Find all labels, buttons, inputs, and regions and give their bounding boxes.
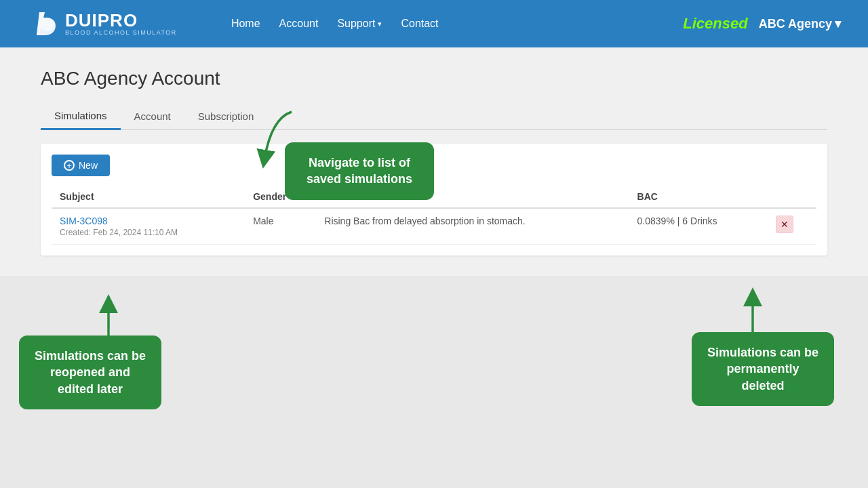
nav-account[interactable]: Account	[279, 18, 319, 30]
new-simulation-button[interactable]: + New	[52, 155, 110, 176]
sim-bac: 0.0839% | 6 Drinks	[629, 208, 768, 245]
main-nav: Home Account Support ▾ Contact	[231, 18, 439, 30]
callout-reopen: Simulations can be reopened and edited l…	[19, 336, 161, 409]
plus-icon: +	[64, 160, 75, 171]
new-button-label: New	[79, 160, 98, 171]
nav-home[interactable]: Home	[231, 18, 260, 30]
col-subject: Subject	[52, 186, 245, 208]
arrow-reopen	[88, 298, 136, 346]
page-title: ABC Agency Account	[41, 68, 827, 89]
nav-contact[interactable]: Contact	[401, 18, 438, 30]
sim-notes: Rising Bac from delayed absorption in st…	[316, 208, 629, 245]
callout-nav: Navigate to list of saved simulations	[285, 142, 434, 200]
agency-name: ABC Agency	[759, 17, 832, 31]
sim-gender: Male	[245, 208, 316, 245]
callout-delete: Simulations can be permanently deleted	[692, 332, 834, 406]
tab-account[interactable]: Account	[121, 103, 184, 129]
brand-name: DUIPRO	[65, 11, 177, 30]
callout-nav-text: Navigate to list of saved simulations	[307, 156, 412, 186]
delete-button[interactable]: ✕	[776, 216, 793, 233]
main-content: ABC Agency Account Simulations Account S…	[0, 47, 868, 276]
navbar-right: Licensed ABC Agency ▾	[683, 15, 841, 33]
sim-created: Created: Feb 24, 2024 11:10 AM	[60, 228, 178, 237]
col-bac: BAC	[629, 186, 768, 208]
tab-simulations[interactable]: Simulations	[41, 103, 121, 130]
agency-caret: ▾	[835, 16, 841, 31]
simulations-card: + New Subject Gender Notes BAC SIM-3C098…	[41, 144, 827, 256]
tab-bar: Simulations Account Subscription	[41, 103, 827, 130]
brand-logo[interactable]: DUIPRO BLOOD ALCOHOL SIMULATOR	[27, 8, 177, 39]
agency-dropdown[interactable]: ABC Agency ▾	[759, 16, 841, 31]
licensed-badge: Licensed	[683, 15, 747, 33]
logo-icon	[27, 8, 58, 39]
callout-reopen-text: Simulations can be reopened and edited l…	[35, 349, 146, 396]
navbar: DUIPRO BLOOD ALCOHOL SIMULATOR Home Acco…	[0, 0, 868, 47]
sim-id-link[interactable]: SIM-3C098	[60, 216, 237, 226]
support-caret: ▾	[378, 20, 382, 28]
brand-sub: BLOOD ALCOHOL SIMULATOR	[65, 30, 177, 37]
col-actions	[768, 186, 816, 208]
table-row: SIM-3C098 Created: Feb 24, 2024 11:10 AM…	[52, 208, 816, 245]
simulations-table: Subject Gender Notes BAC SIM-3C098 Creat…	[52, 186, 816, 245]
nav-support[interactable]: Support ▾	[337, 18, 382, 30]
callout-delete-text: Simulations can be permanently deleted	[707, 346, 818, 392]
arrow-delete	[726, 291, 773, 342]
sim-subject-cell: SIM-3C098 Created: Feb 24, 2024 11:10 AM	[52, 208, 245, 245]
sim-delete-cell: ✕	[768, 208, 816, 245]
arrow-nav	[251, 105, 305, 166]
